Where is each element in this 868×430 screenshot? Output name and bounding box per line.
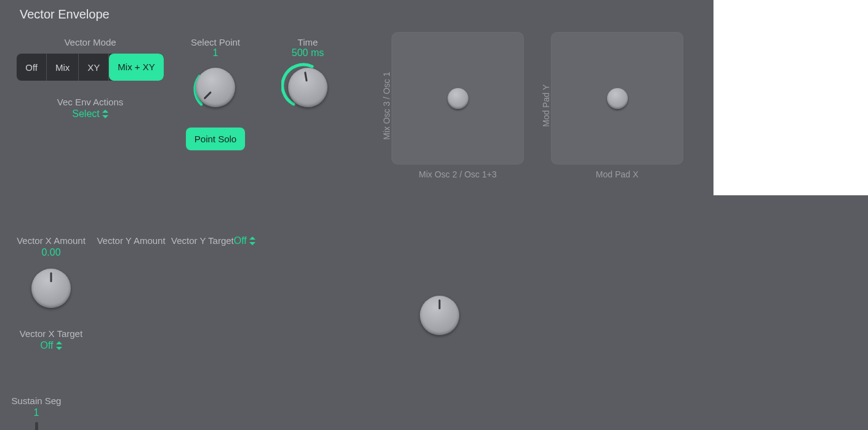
- vec-env-actions-label: Vec Env Actions: [57, 97, 124, 107]
- vector-y-target-label: Vector Y Target: [171, 235, 234, 246]
- vector-y-target-select[interactable]: Off: [234, 235, 255, 246]
- vector-mode-off[interactable]: Off: [17, 54, 47, 81]
- vector-x-target-label: Vector X Target: [20, 328, 82, 339]
- time-knob[interactable]: [281, 61, 334, 114]
- pad1-y-label: Mix Osc 3 / Osc 1: [380, 32, 392, 179]
- time-value[interactable]: 500 ms: [292, 47, 324, 59]
- updown-icon: [102, 110, 108, 118]
- mod-xy-puck[interactable]: [607, 88, 628, 109]
- mix-xy-puck[interactable]: [448, 88, 468, 109]
- pad2-x-label: Mod Pad X: [596, 169, 638, 179]
- vector-x-amount-knob[interactable]: [25, 262, 78, 315]
- point-solo-button[interactable]: Point Solo: [186, 128, 245, 150]
- time-label: Time: [298, 37, 318, 47]
- section-title: Vector Envelope: [20, 7, 110, 22]
- vector-x-target-value: Off: [40, 340, 53, 351]
- vector-x-target-select[interactable]: Off: [40, 340, 62, 351]
- sustain-seg-slider[interactable]: [26, 422, 47, 430]
- sustain-seg-value[interactable]: 1: [34, 407, 39, 418]
- vec-env-actions-select[interactable]: Select: [72, 108, 108, 120]
- mix-xy-pad[interactable]: [392, 32, 524, 164]
- vector-x-amount-label: Vector X Amount: [17, 235, 86, 246]
- vector-mode-mix-xy[interactable]: Mix + XY: [109, 54, 163, 81]
- updown-icon: [56, 341, 62, 350]
- select-point-knob[interactable]: [189, 61, 242, 114]
- vector-mode-xy[interactable]: XY: [79, 54, 109, 81]
- vector-y-amount-label: Vector Y Amount: [97, 235, 165, 246]
- vec-env-actions-value: Select: [72, 108, 99, 120]
- updown-icon: [249, 237, 255, 245]
- vector-mode-label: Vector Mode: [64, 37, 116, 47]
- select-point-label: Select Point: [191, 37, 240, 47]
- pad1-x-label: Mix Osc 2 / Osc 1+3: [419, 169, 496, 179]
- vector-mode-segmented[interactable]: Off Mix XY Mix + XY: [17, 54, 164, 81]
- mod-xy-pad[interactable]: [551, 32, 683, 164]
- select-point-value[interactable]: 1: [213, 47, 219, 59]
- vector-y-target-value: Off: [234, 235, 247, 246]
- vector-x-amount-value[interactable]: 0.00: [41, 247, 60, 258]
- vector-mode-mix[interactable]: Mix: [47, 54, 79, 81]
- sustain-seg-label: Sustain Seg: [12, 396, 62, 406]
- pad2-y-label: Mod Pad Y: [540, 32, 551, 179]
